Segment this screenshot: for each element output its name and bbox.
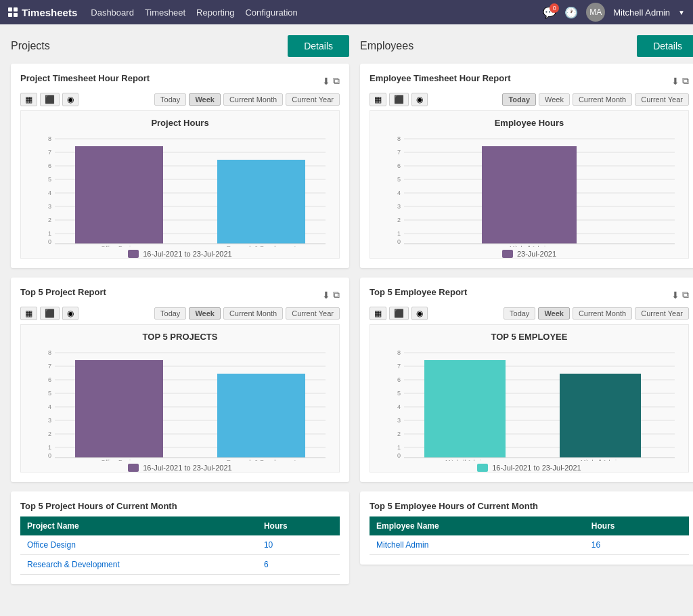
- top5-emp-area-btn[interactable]: ⬛: [389, 307, 409, 320]
- svg-text:5: 5: [397, 176, 401, 183]
- filter-today[interactable]: Today: [154, 93, 186, 106]
- emp-filter-week[interactable]: Week: [539, 93, 570, 106]
- top-nav: Dashboard Timesheet Reporting Configurat…: [91, 7, 298, 18]
- nav-reporting[interactable]: Reporting: [196, 7, 234, 18]
- employees-details-button[interactable]: Details: [637, 35, 693, 57]
- svg-text:Research & Development: Research & Development: [227, 459, 296, 461]
- top5-filter-today[interactable]: Today: [154, 307, 186, 320]
- svg-text:Office Design: Office Design: [101, 459, 137, 461]
- clock-button[interactable]: 🕐: [564, 6, 578, 19]
- top5-emp-week[interactable]: Week: [538, 307, 570, 320]
- svg-text:5: 5: [48, 176, 51, 183]
- svg-text:2: 2: [48, 431, 51, 437]
- emp-area-btn[interactable]: ⬛: [389, 93, 409, 106]
- pie-chart-btn[interactable]: ◉: [62, 93, 79, 106]
- col-hours: Hours: [257, 516, 340, 535]
- top5-emp-pie-btn[interactable]: ◉: [411, 307, 428, 320]
- project-month-table: Project Name Hours Office Design10Resear…: [20, 516, 340, 575]
- project-timesheet-time-filters: Today Week Current Month Current Year: [154, 93, 340, 106]
- project-timesheet-title: Project Timesheet Hour Report: [20, 73, 150, 83]
- emp-filter-today[interactable]: Today: [502, 93, 536, 106]
- svg-text:8: 8: [48, 135, 51, 142]
- project-timesheet-export[interactable]: ⧉: [333, 75, 340, 87]
- top5-project-download[interactable]: ⬇: [322, 289, 330, 301]
- top5-legend-text: 16-Jul-2021 to 23-Jul-2021: [143, 464, 231, 472]
- top5-bar-office: [75, 360, 163, 458]
- emp-table-header-row: Employee Name Hours: [370, 516, 689, 535]
- svg-text:4: 4: [48, 190, 51, 196]
- emp-legend-color: [502, 250, 513, 258]
- emp-bar-mitchell: [482, 146, 577, 244]
- top5-employee-toolbar: ▦ ⬛ ◉ Today Week Current Month Current Y…: [370, 307, 689, 320]
- nav-configuration[interactable]: Configuration: [245, 7, 297, 18]
- top5-project-export[interactable]: ⧉: [333, 289, 340, 301]
- svg-text:0: 0: [397, 452, 401, 459]
- top5-legend-color: [128, 464, 139, 472]
- top5-employees-svg: 8 7 6 5 4 3 2 1 0 Mitchell Admin Mitchel…: [377, 346, 681, 461]
- top5-emp-export[interactable]: ⧉: [682, 289, 689, 301]
- chat-button[interactable]: 💬 0: [543, 6, 556, 19]
- user-menu[interactable]: Mitchell Admin: [613, 7, 670, 18]
- top5-project-chart-types: ▦ ⬛ ◉: [20, 307, 79, 320]
- col-project-name: Project Name: [20, 516, 257, 535]
- top5-emp-download[interactable]: ⬇: [671, 289, 679, 301]
- user-dropdown-arrow[interactable]: ▼: [678, 9, 685, 16]
- svg-text:8: 8: [397, 135, 401, 142]
- top5-project-toolbar: ▦ ⬛ ◉ Today Week Current Month Current Y…: [20, 307, 340, 320]
- svg-text:6: 6: [48, 162, 51, 169]
- top5-employee-month-title: Top 5 Employee Hours of Current Month: [370, 501, 689, 511]
- top5-filter-week[interactable]: Week: [189, 307, 221, 320]
- filter-week[interactable]: Week: [189, 93, 221, 106]
- top5-area-btn[interactable]: ⬛: [40, 307, 60, 320]
- top5-pie-btn[interactable]: ◉: [62, 307, 79, 320]
- top5-bar-research: [217, 374, 305, 458]
- nav-timesheet[interactable]: Timesheet: [145, 7, 185, 18]
- top5-emp-year[interactable]: Current Year: [635, 307, 689, 320]
- main-content: Projects Details Project Timesheet Hour …: [0, 24, 693, 604]
- svg-text:1: 1: [397, 444, 401, 451]
- app-logo: Timesheets: [8, 7, 77, 18]
- app-name: Timesheets: [22, 7, 77, 18]
- emp-filter-month[interactable]: Current Month: [573, 93, 632, 106]
- top5-project-chart: TOP 5 PROJECTS 8 7 6 5 4 3 2: [20, 324, 340, 472]
- svg-text:8: 8: [48, 349, 51, 356]
- legend-color-project: [128, 250, 139, 258]
- bar-research-dev: [217, 160, 305, 244]
- svg-text:5: 5: [397, 390, 401, 397]
- emp-bar-btn[interactable]: ▦: [370, 93, 386, 106]
- svg-text:0: 0: [48, 452, 51, 459]
- top5-filter-year[interactable]: Current Year: [286, 307, 340, 320]
- emp-legend-text: 23-Jul-2021: [517, 250, 556, 258]
- emp-timesheet-download[interactable]: ⬇: [671, 75, 679, 87]
- svg-text:Mitchell Admin: Mitchell Admin: [510, 245, 549, 247]
- top5-emp-bar-btn[interactable]: ▦: [370, 307, 386, 320]
- employee-timesheet-legend: 23-Jul-2021: [377, 250, 681, 258]
- svg-text:3: 3: [48, 203, 51, 210]
- area-chart-btn[interactable]: ⬛: [40, 93, 60, 106]
- bar-office-design: [75, 146, 163, 244]
- top5-projects-chart-title: TOP 5 PROJECTS: [28, 332, 332, 342]
- emp-chart-types: ▦ ⬛ ◉: [370, 93, 428, 106]
- filter-current-month[interactable]: Current Month: [223, 93, 283, 106]
- projects-title: Projects: [11, 40, 50, 52]
- emp-filter-year[interactable]: Current Year: [635, 93, 689, 106]
- emp-pie-btn[interactable]: ◉: [411, 93, 428, 106]
- project-timesheet-chart: Project Hours 8 7 6 5 4: [20, 110, 340, 259]
- project-hours-svg: 8 7 6 5 4 3 2 1 0 Office Design Research…: [28, 132, 332, 247]
- project-timesheet-download[interactable]: ⬇: [322, 75, 330, 87]
- bar-chart-btn[interactable]: ▦: [20, 93, 37, 106]
- top5-employees-chart-title: TOP 5 EMPLOYEE: [377, 332, 681, 342]
- top5-bar-btn[interactable]: ▦: [20, 307, 37, 320]
- projects-details-button[interactable]: Details: [288, 35, 349, 57]
- filter-current-year[interactable]: Current Year: [286, 93, 340, 106]
- top5-filter-month[interactable]: Current Month: [223, 307, 283, 320]
- employee-hours-svg: 8 7 6 5 4 3 2 1 0 Mitchell Admin: [377, 132, 681, 247]
- svg-text:2: 2: [48, 217, 51, 223]
- top5-emp-month[interactable]: Current Month: [573, 307, 632, 320]
- svg-text:2: 2: [397, 431, 401, 437]
- nav-dashboard[interactable]: Dashboard: [91, 7, 134, 18]
- svg-text:1: 1: [48, 230, 51, 237]
- top5-project-legend: 16-Jul-2021 to 23-Jul-2021: [28, 464, 332, 472]
- emp-timesheet-export[interactable]: ⧉: [682, 75, 689, 87]
- top5-emp-today[interactable]: Today: [504, 307, 535, 320]
